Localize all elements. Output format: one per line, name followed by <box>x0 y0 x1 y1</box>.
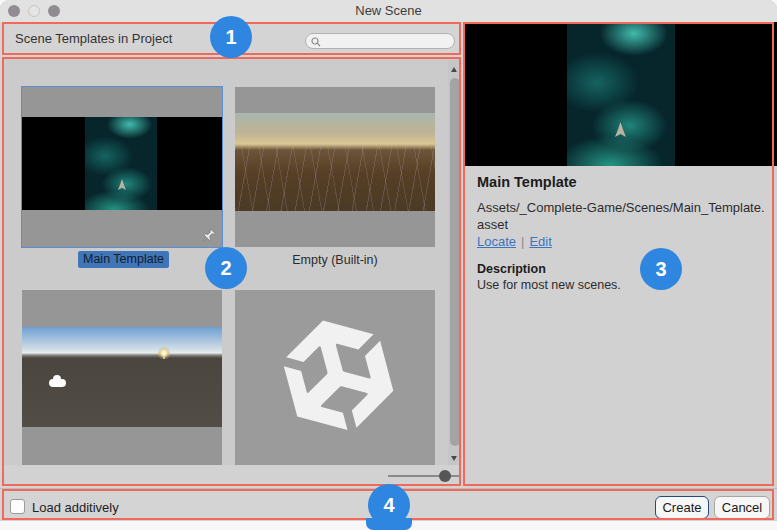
window-title: New Scene <box>0 0 777 22</box>
grid-scrollbar-thumb[interactable] <box>450 78 460 446</box>
search-input[interactable] <box>324 34 449 48</box>
description-heading: Description <box>477 262 546 276</box>
search-icon <box>311 37 321 47</box>
template-label-main[interactable]: Main Template <box>78 251 169 268</box>
description-text: Use for most new scenes. <box>477 278 621 292</box>
template-grid: Main Template Empty (Built-in) <box>2 57 462 487</box>
title-bar: New Scene <box>0 0 777 22</box>
unity-logo-icon <box>253 294 420 461</box>
scene-templates-heading: Scene Templates in Project <box>15 31 172 46</box>
cancel-button[interactable]: Cancel <box>714 496 770 519</box>
load-additively-label: Load additively <box>32 500 119 515</box>
edit-link[interactable]: Edit <box>529 234 551 249</box>
template-label-empty[interactable]: Empty (Built-in) <box>285 253 385 270</box>
scroll-down-icon[interactable] <box>451 456 457 461</box>
scroll-up-icon[interactable] <box>451 67 457 72</box>
details-asset-path: Assets/_Complete-Game/Scenes/Main_Templa… <box>477 199 771 233</box>
template-details-pane: Main Template Assets/_Complete-Game/Scen… <box>464 22 777 487</box>
thumbnail-size-slider-knob[interactable] <box>439 470 451 482</box>
thumbnail-size-row <box>2 465 462 487</box>
details-title: Main Template <box>477 174 577 190</box>
screenshot-stage: New Scene Scene Templates in Project <box>0 0 777 530</box>
link-separator: | <box>521 234 524 249</box>
footer-bar: Load additively Create Cancel <box>0 488 777 521</box>
sun-gizmo <box>158 347 170 359</box>
create-button[interactable]: Create <box>655 496 709 519</box>
grid-scrollbar[interactable] <box>448 60 461 466</box>
details-links: Locate|Edit <box>477 234 552 249</box>
cloud-sprite <box>49 379 66 387</box>
locate-link[interactable]: Locate <box>477 234 516 249</box>
default-terrain-preview <box>235 113 435 211</box>
pin-icon[interactable] <box>201 228 217 244</box>
window-bottom-edge <box>0 521 777 530</box>
new-scene-dialog: New Scene Scene Templates in Project <box>0 0 777 521</box>
search-field[interactable] <box>305 33 455 49</box>
space-nebula-preview <box>22 117 222 210</box>
basic-sky-ground-preview <box>22 327 222 427</box>
template-preview <box>464 22 777 166</box>
template-tile-basic[interactable] <box>22 290 222 465</box>
template-tile-main[interactable] <box>22 87 222 247</box>
load-additively-checkbox[interactable] <box>10 499 25 514</box>
template-tile-unity[interactable] <box>235 290 435 465</box>
template-tile-empty[interactable] <box>235 87 435 247</box>
